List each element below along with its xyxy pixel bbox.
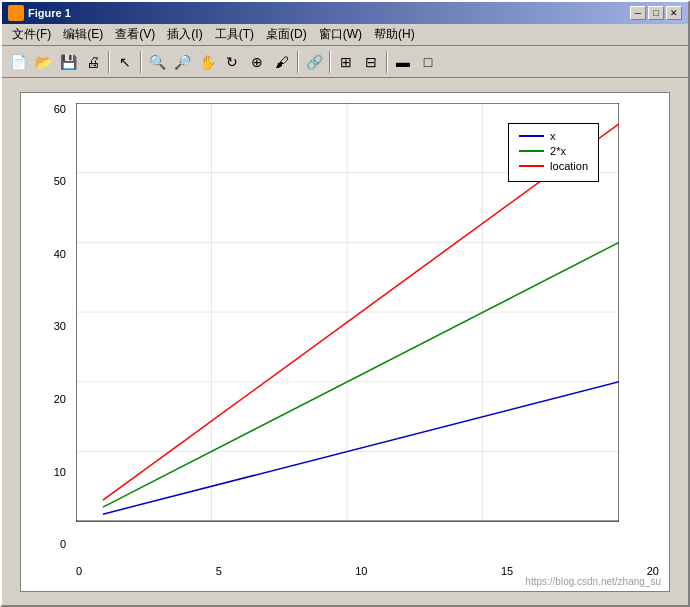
toolbar-separator-1 <box>108 51 110 73</box>
legend-label-location: location <box>550 160 588 172</box>
data-cursor-button[interactable]: ⊕ <box>245 50 269 74</box>
menu-window[interactable]: 窗口(W) <box>313 24 368 45</box>
legend-line-location <box>519 165 544 167</box>
grid-button[interactable]: ⊟ <box>359 50 383 74</box>
legend: x 2*x location <box>508 123 599 182</box>
menu-bar: 文件(F) 编辑(E) 查看(V) 插入(I) 工具(T) 桌面(D) 窗口(W… <box>2 24 688 46</box>
legend-item-location: location <box>519 160 588 172</box>
toolbar-separator-3 <box>297 51 299 73</box>
x-label-5: 5 <box>216 565 222 577</box>
plot-container: 60 50 40 30 20 10 0 <box>20 92 670 592</box>
link-button[interactable]: 🔗 <box>302 50 326 74</box>
legend-button[interactable]: □ <box>416 50 440 74</box>
rotate-button[interactable]: ↻ <box>220 50 244 74</box>
brush-button[interactable]: 🖌 <box>270 50 294 74</box>
svg-line-13 <box>103 381 619 513</box>
y-label-40: 40 <box>54 248 66 260</box>
legend-item-x: x <box>519 130 588 142</box>
menu-help[interactable]: 帮助(H) <box>368 24 421 45</box>
pan-button[interactable]: ✋ <box>195 50 219 74</box>
menu-desktop[interactable]: 桌面(D) <box>260 24 313 45</box>
maximize-button[interactable]: □ <box>648 6 664 20</box>
window-icon <box>8 5 24 21</box>
y-label-0: 0 <box>60 538 66 550</box>
menu-tools[interactable]: 工具(T) <box>209 24 260 45</box>
x-label-10: 10 <box>355 565 367 577</box>
toolbar-separator-2 <box>140 51 142 73</box>
window-title: Figure 1 <box>28 7 630 19</box>
main-window: Figure 1 ─ □ ✕ 文件(F) 编辑(E) 查看(V) 插入(I) 工… <box>0 0 690 607</box>
window-controls: ─ □ ✕ <box>630 6 682 20</box>
svg-line-14 <box>103 242 619 507</box>
toolbar-separator-5 <box>386 51 388 73</box>
open-button[interactable]: 📂 <box>31 50 55 74</box>
save-button[interactable]: 💾 <box>56 50 80 74</box>
y-label-60: 60 <box>54 103 66 115</box>
menu-edit[interactable]: 编辑(E) <box>57 24 109 45</box>
subplot-button[interactable]: ⊞ <box>334 50 358 74</box>
x-label-20: 20 <box>647 565 659 577</box>
plot-area: x 2*x location <box>76 103 619 551</box>
menu-view[interactable]: 查看(V) <box>109 24 161 45</box>
close-button[interactable]: ✕ <box>666 6 682 20</box>
y-label-20: 20 <box>54 393 66 405</box>
legend-line-2x <box>519 150 544 152</box>
y-label-10: 10 <box>54 466 66 478</box>
minimize-button[interactable]: ─ <box>630 6 646 20</box>
y-label-50: 50 <box>54 175 66 187</box>
x-axis-labels: 0 5 10 15 20 <box>76 561 659 581</box>
y-axis-labels: 60 50 40 30 20 10 0 <box>21 103 71 551</box>
title-bar: Figure 1 ─ □ ✕ <box>2 2 688 24</box>
menu-insert[interactable]: 插入(I) <box>161 24 208 45</box>
legend-item-2x: 2*x <box>519 145 588 157</box>
colorbar-button[interactable]: ▬ <box>391 50 415 74</box>
select-button[interactable]: ↖ <box>113 50 137 74</box>
y-label-30: 30 <box>54 320 66 332</box>
content-area: 60 50 40 30 20 10 0 <box>2 78 688 605</box>
menu-file[interactable]: 文件(F) <box>6 24 57 45</box>
legend-label-2x: 2*x <box>550 145 566 157</box>
new-button[interactable]: 📄 <box>6 50 30 74</box>
x-label-15: 15 <box>501 565 513 577</box>
legend-line-x <box>519 135 544 137</box>
print-button[interactable]: 🖨 <box>81 50 105 74</box>
zoom-out-button[interactable]: 🔎 <box>170 50 194 74</box>
x-label-0: 0 <box>76 565 82 577</box>
toolbar-separator-4 <box>329 51 331 73</box>
zoom-in-button[interactable]: 🔍 <box>145 50 169 74</box>
legend-label-x: x <box>550 130 556 142</box>
toolbar: 📄 📂 💾 🖨 ↖ 🔍 🔎 ✋ ↻ ⊕ 🖌 🔗 ⊞ ⊟ ▬ □ <box>2 46 688 78</box>
